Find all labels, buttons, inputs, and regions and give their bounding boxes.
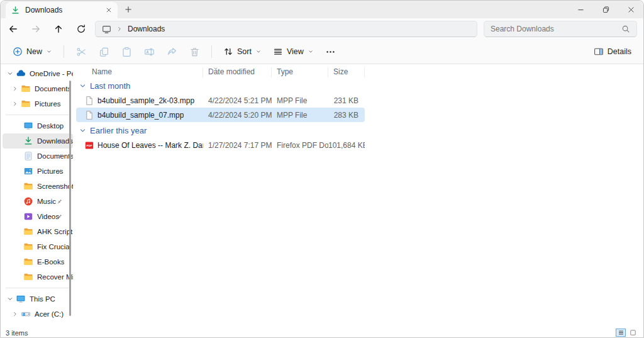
file-row[interactable]: PDF House Of Leaves -- Mark Z. Danielews… — [76, 138, 365, 152]
details-button-label: Details — [608, 47, 631, 56]
address-bar[interactable]: Downloads — [95, 21, 477, 37]
toolbar: New Sort View Details — [1, 40, 643, 64]
copy-button[interactable] — [94, 42, 114, 61]
file-size: 231 KB — [328, 96, 365, 105]
rename-icon — [144, 47, 155, 57]
sidebar-item-pictures[interactable]: Pictures — [3, 164, 73, 179]
minimize-icon — [577, 6, 585, 14]
share-button[interactable] — [162, 42, 182, 61]
large-icons-view-button[interactable] — [628, 329, 638, 337]
chevron-right-icon[interactable] — [116, 25, 123, 33]
sidebar-item-label: Screenshots — [37, 183, 73, 190]
sidebar-item-documents[interactable]: Documents — [3, 149, 73, 164]
file-row[interactable]: b4ubuild_sample_2k-03.mpp 4/22/2024 5:21… — [76, 93, 365, 108]
view-list-icon — [273, 47, 283, 57]
paste-button[interactable] — [116, 42, 136, 61]
sidebar-item-ebooks[interactable]: E-Books — [3, 254, 73, 269]
rename-button[interactable] — [139, 42, 159, 61]
sidebar-item-downloads[interactable]: Downloads — [3, 133, 73, 149]
sidebar-item-onedrive-pictures[interactable]: Pictures — [3, 96, 73, 111]
pdf-file-icon: PDF — [84, 140, 94, 150]
file-name: b4ubuild_sample_2k-03.mpp — [97, 96, 194, 105]
sidebar-scrollbar[interactable] — [69, 81, 71, 316]
file-date-modified: 4/22/2024 5:21 PM — [203, 96, 272, 105]
column-header-date-modified[interactable]: Date modified — [203, 67, 272, 77]
sidebar-item-label: Documents — [35, 85, 71, 93]
search-input[interactable] — [491, 25, 621, 33]
chevron-down-icon[interactable] — [6, 70, 14, 77]
sort-button[interactable]: Sort — [218, 42, 267, 61]
onedrive-cloud-icon — [16, 69, 26, 79]
tab-downloads[interactable]: Downloads — [6, 2, 118, 18]
this-pc-icon[interactable] — [102, 25, 111, 34]
search-box[interactable] — [484, 21, 637, 37]
sidebar-item-screenshots[interactable]: Screenshots — [3, 179, 73, 194]
details-pane-button[interactable]: Details — [588, 42, 637, 61]
refresh-icon — [76, 24, 86, 34]
folder-icon — [21, 84, 31, 94]
sidebar-separator — [6, 115, 70, 115]
delete-button[interactable] — [184, 42, 204, 61]
sidebar-item-ahk-scripts[interactable]: AHK Scripts — [3, 224, 73, 239]
file-name-cell: b4ubuild_sample_07.mpp — [76, 110, 203, 120]
large-icons-view-icon — [630, 329, 636, 336]
forward-arrow-icon — [31, 24, 41, 34]
trash-icon — [189, 47, 200, 57]
file-explorer-window: Downloads Downloads New — [0, 0, 644, 338]
details-view-button[interactable] — [616, 329, 626, 337]
group-header-last-month[interactable]: Last month — [76, 79, 643, 93]
sidebar-item-fix-crucial-ssd[interactable]: Fix Crucial SSD I — [3, 239, 73, 254]
file-name-cell: b4ubuild_sample_2k-03.mpp — [76, 96, 203, 106]
sidebar-item-label: OneDrive - Pers — [30, 70, 73, 77]
see-more-button[interactable] — [321, 42, 341, 61]
column-header-type[interactable]: Type — [272, 67, 328, 77]
group-header-earlier-this-year[interactable]: Earlier this year — [76, 123, 643, 138]
chevron-right-icon[interactable] — [11, 100, 19, 108]
file-size: 101,684 KB — [328, 141, 365, 150]
group-label: Earlier this year — [90, 126, 147, 135]
folder-icon — [23, 272, 33, 282]
sidebar-item-desktop[interactable]: Desktop — [3, 118, 73, 133]
tab-close-icon[interactable] — [105, 6, 113, 14]
refresh-button[interactable] — [72, 20, 90, 38]
new-button[interactable]: New — [7, 42, 58, 61]
back-button[interactable] — [4, 20, 22, 38]
view-button[interactable]: View — [267, 42, 319, 61]
file-type: Firefox PDF Docu... — [272, 141, 328, 150]
up-button[interactable] — [50, 20, 67, 38]
cut-button[interactable] — [71, 42, 91, 61]
chevron-down-icon — [79, 127, 87, 135]
close-button[interactable] — [618, 1, 643, 18]
chevron-right-icon[interactable] — [11, 310, 19, 318]
forward-button[interactable] — [27, 20, 45, 38]
restore-button[interactable] — [593, 1, 618, 18]
file-row-selected[interactable]: b4ubuild_sample_07.mpp 4/22/2024 5:20 PM… — [76, 108, 365, 122]
sidebar-item-label: Music — [37, 198, 56, 205]
column-header-size[interactable]: Size — [328, 67, 365, 77]
sidebar-separator — [6, 288, 70, 288]
minimize-button[interactable] — [568, 1, 593, 18]
view-mode-buttons — [616, 329, 638, 337]
chevron-right-icon[interactable] — [11, 85, 19, 93]
sidebar-item-onedrive-documents[interactable]: Documents — [3, 81, 73, 96]
chevron-down-icon — [308, 48, 314, 55]
sidebar-item-videos[interactable]: Videos — [3, 209, 73, 224]
column-label: Name — [92, 67, 112, 76]
sidebar-item-acer-c-drive[interactable]: Acer (C:) — [3, 307, 73, 322]
drive-icon — [21, 309, 31, 319]
downloads-icon — [11, 6, 20, 15]
sidebar-item-label: E-Books — [37, 258, 64, 266]
column-header-name[interactable]: Name — [76, 67, 203, 77]
chevron-down-icon[interactable] — [6, 295, 14, 303]
sidebar-item-music[interactable]: Music — [3, 194, 73, 209]
new-button-label: New — [26, 47, 42, 56]
downloads-icon — [23, 136, 33, 146]
file-name: House Of Leaves -- Mark Z. Danielewski -… — [97, 141, 203, 150]
new-tab-button[interactable] — [124, 5, 133, 14]
breadcrumb-location[interactable]: Downloads — [128, 25, 165, 33]
sidebar-item-onedrive[interactable]: OneDrive - Pers — [3, 66, 73, 81]
toolbar-separator — [211, 45, 212, 58]
sidebar-item-this-pc[interactable]: This PC — [3, 291, 73, 307]
back-arrow-icon — [8, 24, 18, 34]
sidebar-item-recover-microsoft[interactable]: Recover Microso — [3, 269, 73, 284]
